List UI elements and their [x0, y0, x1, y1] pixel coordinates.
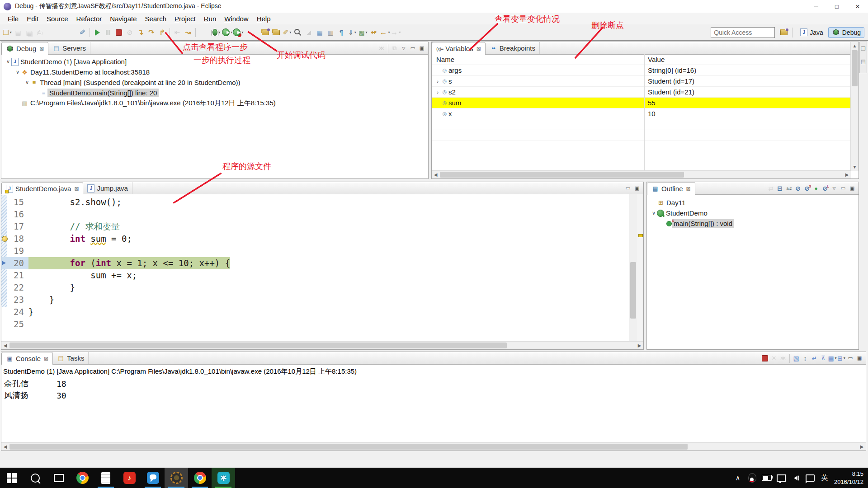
taskbar-chrome2-button[interactable] [188, 468, 212, 488]
menu-item-file[interactable]: File [4, 15, 23, 23]
toolbar-resume-button[interactable] [92, 27, 103, 38]
taskbar-clock[interactable]: 8:15 2016/10/12 [834, 470, 863, 486]
taskbar-chrome-button[interactable] [71, 468, 94, 488]
toolbar-coverage-button[interactable]: ▾ [233, 27, 244, 38]
toolbar-step-into-button[interactable] [135, 27, 146, 38]
console-output[interactable]: 余孔信18风清扬30 [1, 378, 866, 401]
debug-view-view-options-button[interactable] [390, 43, 399, 53]
toolbar-open-element-button[interactable]: ▾ [358, 27, 368, 38]
maximize-window-button[interactable]: □ [826, 0, 847, 13]
console-maximize-button[interactable] [855, 353, 864, 363]
menu-item-help[interactable]: Help [253, 15, 275, 23]
code-line-15[interactable]: 15 s2.show(); [1, 196, 637, 208]
console-remove-launch-button[interactable] [769, 353, 778, 363]
toolbar-whitespace-button[interactable] [336, 27, 347, 38]
toolbar-debug-button[interactable]: ▾ [211, 27, 222, 38]
line-number[interactable]: 16 [7, 208, 24, 221]
start-button[interactable] [0, 468, 24, 488]
menu-item-navigate[interactable]: Navigate [106, 15, 141, 23]
debug-perspective-button[interactable]: Debug [828, 27, 864, 38]
expander-icon[interactable]: ∨ [24, 80, 30, 85]
toolbar-build-button[interactable]: ▾ [347, 27, 358, 38]
menu-item-run[interactable]: Run [200, 15, 221, 23]
console-open-console-button[interactable]: ▾ [837, 353, 846, 363]
task-view-button[interactable] [47, 468, 71, 488]
toolbar-external-tools-button[interactable] [303, 27, 314, 38]
toolbar-search-button[interactable] [292, 27, 303, 38]
outline-hide-locals-button[interactable] [821, 183, 830, 193]
taskbar-chat-app-button[interactable] [141, 468, 165, 488]
line-number[interactable]: 21 [7, 269, 24, 282]
code-line-18[interactable]: 18 int sum = 0; [1, 233, 637, 245]
console-pin-console-button[interactable] [819, 353, 828, 363]
toolbar-open-type-button[interactable] [260, 27, 271, 38]
debug-tree-row[interactable]: StudentDemo.main(String[]) line: 20 [1, 88, 428, 98]
outline-hide-static-button[interactable] [802, 183, 811, 193]
outline-collapse-all-button[interactable] [775, 183, 784, 193]
console-clear-console-button[interactable] [792, 353, 801, 363]
menu-item-search[interactable]: Search [141, 15, 171, 23]
breakpoint-icon[interactable] [2, 236, 8, 242]
code-line-16[interactable]: 16 [1, 208, 637, 221]
variables-vertical-scrollbar[interactable]: ▲▼ [850, 42, 859, 171]
line-number[interactable]: 22 [7, 282, 24, 294]
qq-tray-icon[interactable] [747, 473, 757, 483]
tab-variables[interactable]: (x)=Variables⊠ [432, 42, 486, 55]
debug-view-remove-all-terminated-button[interactable] [377, 43, 386, 53]
line-number[interactable]: 15 [7, 196, 24, 208]
debug-view-minimize-button[interactable] [408, 43, 417, 53]
toolbar-run-button[interactable]: ▾ [222, 27, 233, 38]
code-line-17[interactable]: 17 // 求和变量 [1, 221, 637, 233]
expander-icon[interactable]: ∨ [5, 59, 11, 65]
close-icon[interactable]: ⊠ [74, 186, 79, 192]
editor-tab-studentdemo.java[interactable]: JStudentDemo.java⊠ [1, 182, 83, 195]
toolbar-save-button[interactable] [13, 27, 24, 38]
tray-expand-chevron-icon[interactable]: ∧ [733, 473, 743, 483]
line-number[interactable]: 19 [7, 245, 24, 257]
code-line-25[interactable]: 25 [1, 318, 637, 330]
editor-vertical-scrollbar[interactable] [629, 194, 637, 341]
close-icon[interactable]: ⊠ [476, 46, 481, 52]
volume-icon[interactable] [791, 473, 801, 483]
code-line-20[interactable]: 20 for (int x = 1; x <= 10; x++) { [1, 257, 637, 269]
minimize-window-button[interactable]: ─ [806, 0, 826, 13]
code-line-21[interactable]: 21 sum += x; [1, 269, 637, 282]
tab-breakpoints[interactable]: Breakpoints [486, 42, 540, 54]
variables-row-x[interactable]: x10 [432, 108, 851, 119]
taskbar-search-button[interactable] [24, 468, 47, 488]
taskbar-eclipse-button[interactable] [165, 468, 188, 488]
taskbar-notepad-button[interactable] [94, 468, 118, 488]
console-horizontal-scrollbar[interactable]: ◀▶ [1, 442, 866, 450]
debug-tree-row[interactable]: ∨Thread [main] (Suspended (breakpoint at… [1, 77, 428, 88]
outline-hide-nonpublic-button[interactable] [811, 183, 821, 193]
tab-servers[interactable]: Servers [48, 42, 90, 54]
column-divider[interactable] [644, 54, 645, 171]
code-line-24[interactable]: 24} [1, 306, 637, 318]
toolbar-suspend-button[interactable] [103, 27, 113, 38]
debug-view-view-menu-button[interactable] [399, 43, 408, 53]
outline-tree-row[interactable]: Day11 [647, 197, 859, 208]
outline-sort-button[interactable] [784, 183, 793, 193]
outline-view-menu-button[interactable] [830, 183, 839, 193]
line-number[interactable]: 24 [7, 306, 24, 318]
editor-maximize-button[interactable] [632, 183, 642, 193]
toolbar-terminate-button[interactable] [113, 27, 124, 38]
console-display-console-button[interactable]: ▾ [828, 353, 837, 363]
close-icon[interactable]: ⊠ [39, 46, 44, 52]
editor-tab-jump.java[interactable]: JJump.java [83, 182, 132, 194]
menu-item-project[interactable]: Project [170, 15, 200, 23]
toolbar-print-button[interactable] [34, 27, 45, 38]
open-perspective-button[interactable] [778, 27, 789, 38]
toolbar-step-over-button[interactable] [146, 27, 157, 38]
toolbar-back-button[interactable]: ▾ [379, 27, 390, 38]
toolbar-mark-occurrences-button[interactable]: ▾ [282, 27, 292, 38]
battery-icon[interactable] [762, 473, 772, 483]
toolbar-open-resource-button[interactable] [271, 27, 282, 38]
column-value[interactable]: Value [644, 56, 665, 63]
menu-item-source[interactable]: Source [42, 15, 72, 23]
outline-tree-row[interactable]: main(String[]) : void [647, 218, 859, 229]
overview-ruler[interactable] [637, 194, 643, 341]
outline-tree-row[interactable]: ∨StudentDemo [647, 208, 859, 218]
editor-horizontal-scrollbar[interactable]: ◀▶ [1, 341, 643, 349]
code-line-19[interactable]: 19 [1, 245, 637, 257]
